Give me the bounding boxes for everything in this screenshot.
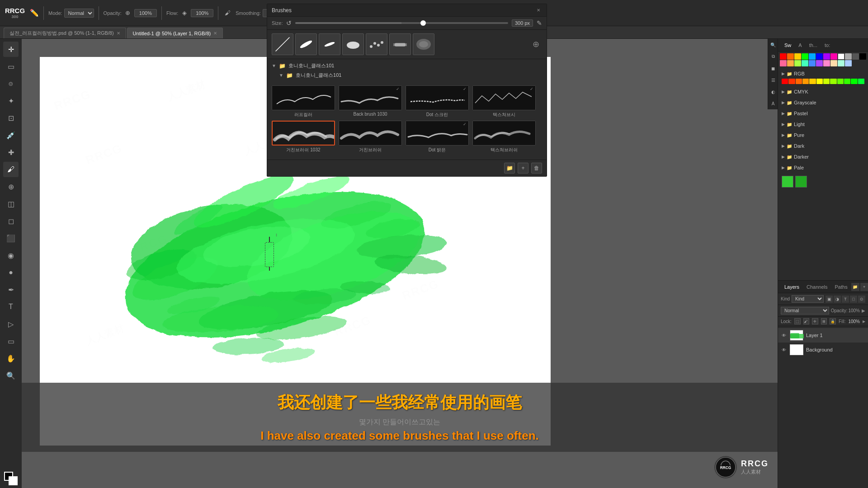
swatch-tab-th[interactable]: th...	[807, 42, 820, 49]
brush-preset-6[interactable]	[389, 33, 411, 55]
swatch-violet[interactable]	[816, 60, 823, 66]
swatch-lightblue[interactable]	[809, 53, 816, 60]
rgb-swatch-4[interactable]	[809, 79, 816, 84]
brush-item-rough2[interactable]: 거친브러쉬	[339, 121, 402, 153]
swatch-salmon[interactable]	[780, 60, 787, 66]
pen-tool[interactable]: ✒	[3, 282, 19, 297]
brush-preset-4[interactable]	[342, 33, 364, 55]
swatch-black[interactable]	[859, 53, 866, 60]
rgb-swatch-5[interactable]	[816, 79, 823, 84]
swatch-cream[interactable]	[830, 60, 837, 66]
eraser-tool[interactable]: ◻	[3, 213, 19, 229]
clone-tool[interactable]: ⊕	[3, 179, 19, 194]
lasso-tool[interactable]: ⌾	[3, 76, 19, 91]
layers-tab-layers[interactable]: Layers	[781, 283, 803, 291]
rgb-swatch-11[interactable]	[858, 79, 864, 84]
swatch-peach[interactable]	[787, 60, 794, 66]
color-group-cmyk-header[interactable]: ▶ 📁 CMYK	[782, 88, 864, 96]
rpi-colors[interactable]: ◐	[769, 88, 777, 96]
brush-item-tex2[interactable]: 텍스쳐브러쉬	[472, 121, 536, 153]
brush-tool[interactable]: 🖌	[3, 162, 19, 177]
flow-value[interactable]: 100%	[191, 9, 213, 17]
swatch-teal[interactable]	[802, 60, 808, 66]
spot-heal-tool[interactable]: ✚	[3, 145, 19, 160]
swatch-pink[interactable]	[830, 53, 837, 60]
opacity-value[interactable]: 100%	[848, 308, 860, 313]
rgb-swatch-2[interactable]	[796, 79, 802, 84]
swatch-purple[interactable]	[823, 53, 830, 60]
swatch-lightperiwinkle[interactable]	[845, 60, 852, 66]
swatch-blue[interactable]	[816, 53, 823, 60]
swatch-red[interactable]	[780, 53, 787, 60]
filter-kind-select[interactable]: Kind	[792, 295, 824, 303]
rgb-swatch-0[interactable]	[782, 79, 788, 84]
folder-row-2[interactable]: ▼ 📁 호니호니_클래스101	[267, 70, 547, 80]
swatch-mint[interactable]	[838, 60, 844, 66]
swatch-lime[interactable]	[794, 60, 801, 66]
swatch-tab-sw[interactable]: Sw	[782, 42, 794, 49]
color-group-pastel-header[interactable]: ▶ 📁 Pastel	[782, 109, 864, 117]
filter-shape-btn[interactable]: □	[850, 296, 857, 303]
crop-tool[interactable]: ⊡	[3, 110, 19, 126]
size-value[interactable]: 300 px	[512, 19, 533, 27]
move-tool[interactable]: ✛	[3, 42, 19, 57]
opacity-expand-icon[interactable]: ▶	[862, 308, 865, 313]
filter-adjust-btn[interactable]: ◑	[834, 296, 841, 303]
tab-1[interactable]: Untitled-1 @ 50% (Layer 1, RGB/8) ✕	[127, 28, 223, 38]
rpi-adjustments[interactable]: ☰	[769, 76, 777, 84]
panel-btn-add[interactable]: +	[518, 163, 528, 174]
layers-tab-paths[interactable]: Paths	[831, 283, 851, 291]
layers-new-folder-btn[interactable]: 📁	[851, 283, 859, 291]
brush-preset-3[interactable]	[319, 33, 340, 55]
shape-tool[interactable]: ▭	[3, 333, 19, 349]
color-group-pure-header[interactable]: ▶ 📁 Pure	[782, 131, 864, 139]
color-group-grayscale-header[interactable]: ▶ 📁 Grayscale	[782, 99, 864, 107]
layer-1-visibility[interactable]: 👁	[781, 332, 787, 338]
lock-all-btn[interactable]: 🔒	[830, 318, 836, 324]
tab-0-close[interactable]: ✕	[117, 31, 120, 36]
layer-bg-visibility[interactable]: 👁	[781, 347, 787, 353]
rgb-swatch-7[interactable]	[830, 79, 836, 84]
hand-tool[interactable]: ✋	[3, 351, 19, 366]
dodge-tool[interactable]: ●	[3, 265, 19, 280]
type-tool[interactable]: T	[3, 299, 19, 314]
color-group-rgb-header[interactable]: ▶ 📁 RGB	[782, 70, 864, 78]
background-color[interactable]	[9, 476, 18, 485]
swatch-green[interactable]	[802, 53, 808, 60]
zoom-tool[interactable]: 🔍	[3, 368, 19, 383]
rpi-swatches[interactable]: ◼	[769, 64, 777, 72]
history-tool[interactable]: ◫	[3, 196, 19, 211]
layer-item-bg[interactable]: 👁 Background	[778, 343, 868, 357]
swatch-gray[interactable]	[845, 53, 852, 60]
color-group-dark-header[interactable]: ▶ 📁 Dark	[782, 142, 864, 150]
layers-tab-channels[interactable]: Channels	[803, 283, 831, 291]
brush-item-back[interactable]: ✓ Back brush 1030	[339, 85, 402, 118]
lock-brush-btn[interactable]: 🖌	[803, 318, 810, 324]
path-tool[interactable]: ▷	[3, 316, 19, 332]
brush-preset-1[interactable]	[272, 33, 293, 55]
brush-tool-icon[interactable]: ✏️	[30, 9, 39, 17]
gradient-tool[interactable]: ⬛	[3, 230, 19, 246]
rgb-swatch-9[interactable]	[844, 79, 850, 84]
rpi-layers[interactable]: ⧉	[769, 52, 777, 61]
filter-type-btn[interactable]: T	[842, 296, 849, 303]
rgb-swatch-8[interactable]	[837, 79, 844, 84]
brush-item-tex[interactable]: ✓ 텍스쳐브시	[472, 85, 536, 118]
fill-value[interactable]: 100%	[848, 319, 860, 324]
swatch-darkgray[interactable]	[852, 53, 859, 60]
swatch-yellow[interactable]	[794, 53, 801, 60]
panel-btn-folder[interactable]: 📁	[504, 163, 515, 174]
panel-btn-delete[interactable]: 🗑	[531, 163, 542, 174]
brush-preset-5[interactable]	[366, 33, 387, 55]
brush-preset-2[interactable]	[295, 33, 317, 55]
folder-row-1[interactable]: ▼ 📁 호니호니_클래스101	[267, 61, 547, 70]
swatch-white[interactable]	[838, 53, 844, 60]
brush-item-dot[interactable]: ✓ Dot 스크린	[406, 85, 469, 118]
size-edit-icon[interactable]: ✎	[537, 19, 542, 27]
swatch-cornflower[interactable]	[809, 60, 816, 66]
swatch-tab-to[interactable]: to:	[822, 42, 833, 49]
brush-add-icon[interactable]: ⊕	[533, 33, 542, 55]
swatch-hotpink[interactable]	[823, 60, 830, 66]
opacity-value[interactable]: 100%	[134, 9, 157, 17]
active-color-2[interactable]	[795, 176, 807, 188]
